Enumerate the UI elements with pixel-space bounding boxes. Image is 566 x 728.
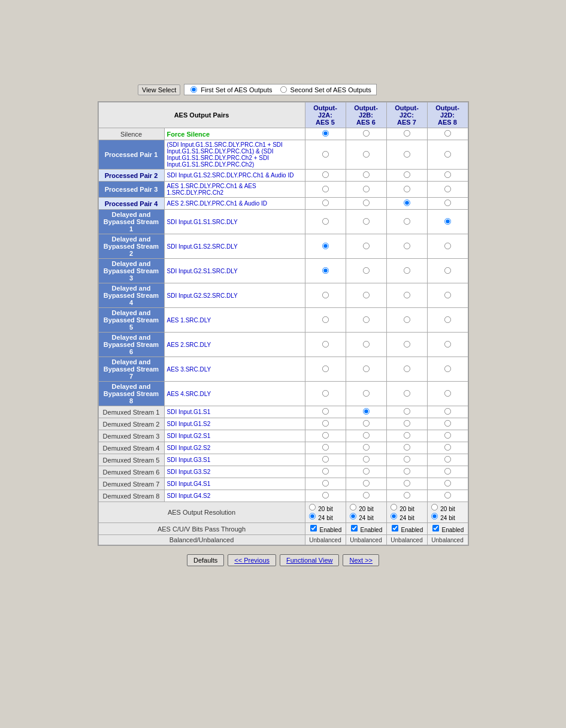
radio-cell[interactable] [427, 406, 468, 418]
radio-cell[interactable] [305, 490, 346, 502]
cuav-cell[interactable]: Enabled [305, 523, 346, 535]
radio-cell[interactable] [386, 182, 427, 198]
radio-cell[interactable] [427, 490, 468, 502]
radio-cell[interactable] [386, 490, 427, 502]
resolution-cell-j2d[interactable]: 20 bit 24 bit [427, 502, 468, 523]
radio-cell[interactable] [305, 406, 346, 418]
radio-cell[interactable] [427, 418, 468, 430]
radio-cell[interactable] [386, 308, 427, 333]
radio-cell[interactable] [346, 406, 386, 418]
radio-cell[interactable] [305, 357, 346, 382]
resolution-cell-j2b[interactable]: 20 bit 24 bit [346, 502, 386, 523]
radio-cell[interactable] [346, 140, 386, 170]
radio-cell[interactable] [346, 210, 386, 234]
radio-cell[interactable] [305, 259, 346, 283]
radio-cell[interactable] [305, 382, 346, 406]
resolution-cell-j2a[interactable]: 20 bit 24 bit [305, 502, 346, 523]
radio-cell[interactable] [346, 198, 386, 210]
radio-cell[interactable] [427, 283, 468, 308]
radio-cell[interactable] [386, 333, 427, 357]
radio-cell[interactable] [427, 442, 468, 454]
resolution-cell-j2c[interactable]: 20 bit 24 bit [386, 502, 427, 523]
radio-cell[interactable] [346, 466, 386, 478]
radio-cell[interactable] [386, 442, 427, 454]
radio-cell[interactable] [305, 140, 346, 170]
functional-view-button[interactable]: Functional View [280, 554, 339, 566]
cuav-cell[interactable]: Enabled [386, 523, 427, 535]
radio-cell[interactable] [386, 418, 427, 430]
radio-cell[interactable] [386, 259, 427, 283]
first-set-radio[interactable] [190, 86, 197, 93]
radio-cell[interactable] [346, 333, 386, 357]
radio-cell[interactable] [427, 198, 468, 210]
radio-cell[interactable] [386, 454, 427, 466]
cuav-cell[interactable]: Enabled [346, 523, 386, 535]
radio-cell[interactable] [427, 234, 468, 259]
radio-cell[interactable] [305, 418, 346, 430]
defaults-button[interactable]: Defaults [187, 554, 224, 566]
radio-cell[interactable] [346, 170, 386, 182]
radio-cell[interactable] [427, 182, 468, 198]
radio-cell[interactable] [305, 210, 346, 234]
radio-cell[interactable] [346, 442, 386, 454]
radio-cell[interactable] [305, 308, 346, 333]
radio-cell[interactable] [346, 357, 386, 382]
radio-cell[interactable] [305, 198, 346, 210]
radio-cell[interactable] [386, 210, 427, 234]
radio-cell[interactable] [427, 454, 468, 466]
radio-cell[interactable] [427, 466, 468, 478]
radio-cell[interactable] [346, 308, 386, 333]
radio-cell[interactable] [427, 382, 468, 406]
second-set-radio[interactable] [280, 86, 287, 93]
radio-cell[interactable] [427, 308, 468, 333]
row-label: Processed Pair 2 [98, 170, 164, 182]
radio-cell[interactable] [427, 259, 468, 283]
radio-cell[interactable] [346, 490, 386, 502]
radio-cell[interactable] [386, 466, 427, 478]
radio-cell[interactable] [386, 170, 427, 182]
radio-cell[interactable] [305, 478, 346, 490]
cuav-cell[interactable]: Enabled [427, 523, 468, 535]
radio-cell[interactable] [386, 140, 427, 170]
radio-cell[interactable] [346, 128, 386, 140]
radio-cell[interactable] [346, 478, 386, 490]
radio-cell[interactable] [305, 128, 346, 140]
next-button[interactable]: Next >> [343, 554, 379, 566]
radio-cell[interactable] [305, 454, 346, 466]
radio-cell[interactable] [386, 357, 427, 382]
previous-button[interactable]: << Previous [228, 554, 276, 566]
radio-cell[interactable] [305, 170, 346, 182]
radio-cell[interactable] [346, 283, 386, 308]
radio-cell[interactable] [386, 382, 427, 406]
radio-cell[interactable] [305, 182, 346, 198]
radio-cell[interactable] [346, 430, 386, 442]
radio-cell[interactable] [427, 333, 468, 357]
radio-cell[interactable] [346, 182, 386, 198]
radio-cell[interactable] [305, 442, 346, 454]
radio-cell[interactable] [427, 357, 468, 382]
radio-cell[interactable] [346, 418, 386, 430]
radio-cell[interactable] [346, 234, 386, 259]
radio-cell[interactable] [346, 454, 386, 466]
radio-cell[interactable] [427, 210, 468, 234]
view-select-options[interactable]: First Set of AES Outputs Second Set of A… [184, 84, 376, 95]
radio-cell[interactable] [386, 406, 427, 418]
radio-cell[interactable] [427, 478, 468, 490]
radio-cell[interactable] [386, 430, 427, 442]
radio-cell[interactable] [386, 198, 427, 210]
radio-cell[interactable] [427, 140, 468, 170]
radio-cell[interactable] [346, 382, 386, 406]
radio-cell[interactable] [346, 259, 386, 283]
radio-cell[interactable] [305, 234, 346, 259]
radio-cell[interactable] [305, 333, 346, 357]
radio-cell[interactable] [386, 128, 427, 140]
radio-cell[interactable] [305, 466, 346, 478]
radio-cell[interactable] [305, 283, 346, 308]
radio-cell[interactable] [386, 478, 427, 490]
radio-cell[interactable] [427, 170, 468, 182]
radio-cell[interactable] [386, 234, 427, 259]
radio-cell[interactable] [305, 430, 346, 442]
radio-cell[interactable] [427, 430, 468, 442]
radio-cell[interactable] [386, 283, 427, 308]
radio-cell[interactable] [427, 128, 468, 140]
